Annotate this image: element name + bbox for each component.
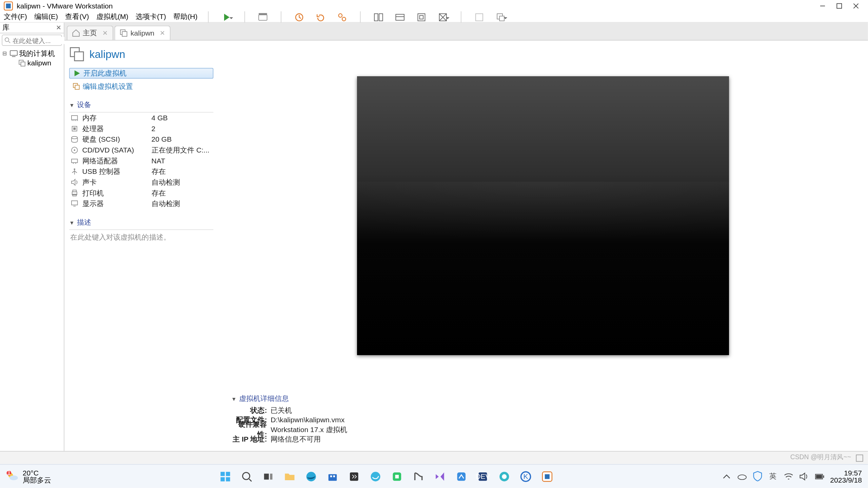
device-row[interactable]: 声卡自动检测 xyxy=(69,177,213,188)
taskbar-taskview-button[interactable] xyxy=(260,468,277,485)
taskbar-vmware-button[interactable] xyxy=(539,468,556,485)
window-titlebar: kalipwn - VMware Workstation xyxy=(0,0,868,12)
device-row[interactable]: USB 控制器存在 xyxy=(69,166,213,177)
taskbar-app-5[interactable] xyxy=(453,468,470,485)
svg-marker-32 xyxy=(75,70,80,76)
device-row[interactable]: 内存4 GB xyxy=(69,113,213,123)
taskbar-search-button[interactable] xyxy=(239,468,255,485)
taskbar-visualstudio-button[interactable] xyxy=(432,468,448,485)
menu-view[interactable]: 查看(V) xyxy=(65,12,89,22)
tray-battery-icon[interactable] xyxy=(814,471,824,481)
vm-screen-thumbnail[interactable] xyxy=(357,76,729,355)
svg-line-66 xyxy=(249,479,252,481)
menubar: 文件(F) 编辑(E) 查看(V) 虚拟机(M) 选项卡(T) 帮助(H) xyxy=(0,12,868,23)
svg-point-22 xyxy=(5,38,9,41)
svg-line-23 xyxy=(8,41,10,43)
tray-wifi-icon[interactable] xyxy=(784,471,793,481)
fullscreen-button[interactable] xyxy=(414,10,429,24)
settings-icon xyxy=(73,83,80,90)
taskbar-weather[interactable]: 1 20°C 局部多云 xyxy=(6,469,52,483)
tray-clock[interactable]: 19:57 2023/9/18 xyxy=(830,469,862,483)
library-close-button[interactable]: ✕ xyxy=(56,24,61,32)
close-button[interactable] xyxy=(848,0,864,12)
view-single-button[interactable] xyxy=(393,10,407,24)
unity-button[interactable] xyxy=(436,10,450,24)
view-console-button[interactable] xyxy=(372,10,386,24)
app-icon xyxy=(4,1,13,11)
device-row[interactable]: 显示器自动检测 xyxy=(69,198,213,209)
minimize-button[interactable] xyxy=(814,0,831,12)
revert-snapshot-button[interactable] xyxy=(314,10,328,24)
tab-close-icon[interactable]: ✕ xyxy=(102,29,108,37)
taskbar-app-2[interactable] xyxy=(367,468,384,485)
taskbar-app-4[interactable] xyxy=(410,468,427,485)
edit-vm-settings-button[interactable]: 编辑虚拟机设置 xyxy=(69,81,213,92)
taskbar-edge-button[interactable] xyxy=(303,468,320,485)
description-placeholder[interactable]: 在此处键入对该虚拟机的描述。 xyxy=(69,230,213,245)
power-on-vm-button[interactable]: 开启此虚拟机 xyxy=(69,68,213,79)
device-row[interactable]: 网络适配器NAT xyxy=(69,156,213,166)
resize-grip-icon[interactable] xyxy=(856,454,863,461)
svg-point-42 xyxy=(72,137,78,139)
tab-close-icon[interactable]: ✕ xyxy=(160,29,165,37)
svg-rect-13 xyxy=(379,14,383,21)
svg-rect-53 xyxy=(73,190,76,192)
svg-rect-61 xyxy=(221,471,225,475)
send-ctrl-alt-del-button[interactable] xyxy=(256,10,270,24)
device-row[interactable]: 硬盘 (SCSI)20 GB xyxy=(69,134,213,145)
taskbar-start-button[interactable] xyxy=(217,468,234,485)
toolbar-separator xyxy=(208,11,209,23)
tray-chevron-icon[interactable] xyxy=(722,471,731,481)
svg-rect-62 xyxy=(226,471,230,475)
menu-vm[interactable]: 虚拟机(M) xyxy=(96,12,129,22)
tray-volume-icon[interactable] xyxy=(799,471,809,481)
details-section-header[interactable]: ▼虚拟机详细信息 xyxy=(231,394,863,406)
watermark: CSDN @明月清风~~ xyxy=(790,453,851,462)
svg-rect-77 xyxy=(457,472,466,481)
device-label: 硬盘 (SCSI) xyxy=(82,134,148,144)
weather-temp: 20°C xyxy=(23,469,51,476)
svg-point-44 xyxy=(74,149,75,151)
device-row[interactable]: 打印机存在 xyxy=(69,188,213,199)
svg-rect-70 xyxy=(329,474,337,480)
svg-rect-88 xyxy=(823,475,824,477)
tray-onedrive-icon[interactable] xyxy=(737,471,747,481)
device-row[interactable]: CD/DVD (SATA)正在使用文件 C:... xyxy=(69,145,213,156)
menu-edit[interactable]: 编辑(E) xyxy=(34,12,58,22)
taskbar-app-7[interactable] xyxy=(496,468,513,485)
device-label: 网络适配器 xyxy=(82,156,148,166)
tray-ime[interactable]: 英 xyxy=(768,471,777,481)
tray-security-icon[interactable] xyxy=(753,471,762,481)
maximize-button[interactable] xyxy=(831,0,848,12)
taskbar-store-button[interactable] xyxy=(324,468,341,485)
tab-home[interactable]: 主页 ✕ xyxy=(67,26,113,40)
svg-rect-55 xyxy=(72,201,78,205)
library-search[interactable] xyxy=(2,35,62,46)
device-value: 2 xyxy=(152,124,156,133)
taskbar-explorer-button[interactable] xyxy=(281,468,298,485)
detail-key: 主 IP 地址: xyxy=(231,434,267,444)
taskbar-app-8[interactable]: K xyxy=(517,468,534,485)
menu-file[interactable]: 文件(F) xyxy=(4,12,27,22)
devices-section-header[interactable]: ▼设备 xyxy=(69,100,213,113)
menu-help[interactable]: 帮助(H) xyxy=(173,12,198,22)
taskbar-app-1[interactable] xyxy=(346,468,362,485)
tab-vm-kalipwn[interactable]: kalipwn ✕ xyxy=(115,26,171,40)
taskbar-app-3[interactable] xyxy=(389,468,406,485)
device-value: 自动检测 xyxy=(152,199,180,209)
device-label: CD/DVD (SATA) xyxy=(82,146,148,155)
power-on-button[interactable] xyxy=(220,10,234,24)
device-value: 存在 xyxy=(152,166,166,177)
tree-my-computer[interactable]: ⊟ 我的计算机 xyxy=(1,49,63,58)
device-row[interactable]: 处理器2 xyxy=(69,123,213,134)
snapshot-button[interactable] xyxy=(292,10,307,24)
taskbar-app-6[interactable]: DEV xyxy=(475,468,491,485)
svg-line-50 xyxy=(72,171,75,173)
svg-rect-89 xyxy=(816,474,822,478)
menu-tabs[interactable]: 选项卡(T) xyxy=(136,12,166,22)
tree-vm-kalipwn[interactable]: kalipwn xyxy=(1,58,63,68)
stretch-button[interactable] xyxy=(494,10,508,24)
description-section-header[interactable]: ▼描述 xyxy=(69,218,213,230)
thumbnail-button[interactable] xyxy=(472,10,487,24)
snapshot-manager-button[interactable] xyxy=(335,10,350,24)
